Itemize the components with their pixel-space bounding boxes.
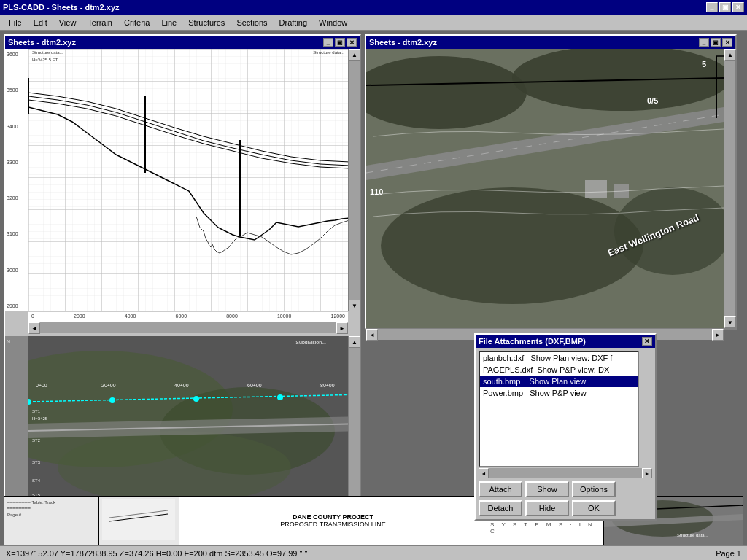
aerial-scroll-up[interactable]: ▲	[724, 49, 736, 61]
ok-button[interactable]: OK	[572, 500, 616, 516]
dialog-title-bar[interactable]: File Attachments (DXF,BMP) ✕	[476, 335, 655, 348]
scroll-right-btn[interactable]: ►	[336, 322, 348, 334]
thumbnail-left: ━━━━━━━━ Table: Track ━━━━━━━━ Page #	[4, 497, 99, 545]
svg-text:0/5: 0/5	[647, 96, 658, 105]
menu-edit[interactable]: Edit	[28, 17, 53, 28]
svg-point-15	[193, 396, 199, 402]
minimize-btn[interactable]: _	[706, 2, 718, 12]
file-attachments-dialog: File Attachments (DXF,BMP) ✕ planbch.dxf…	[474, 333, 657, 521]
list-scroll-left[interactable]: ◄	[479, 468, 489, 478]
show-button[interactable]: Show	[525, 481, 569, 497]
dialog-buttons-row2: Detach Hide OK	[479, 500, 652, 516]
plan-scroll-up[interactable]: ▲	[349, 336, 360, 348]
svg-rect-36	[585, 180, 607, 198]
menu-window[interactable]: Window	[313, 17, 353, 28]
sub-maximize-left[interactable]: ▣	[335, 38, 345, 47]
menu-terrain[interactable]: Terrain	[82, 17, 118, 28]
svg-text:20+00: 20+00	[101, 383, 116, 388]
sub-minimize-right[interactable]: _	[699, 38, 709, 47]
plan-scroll-track[interactable]	[349, 348, 360, 514]
h-scrollbar-profile[interactable]: ◄ ►	[28, 322, 348, 333]
plan-station-label: Subdivision...	[295, 340, 326, 345]
sub-minimize-left[interactable]: _	[323, 38, 333, 47]
list-item-2[interactable]: south.bmp Show Plan view	[480, 376, 638, 387]
profile-chart: Structure data... H=3425.5 FT Structure …	[28, 49, 348, 311]
app-title: PLS-CADD - Sheets - dtm2.xyz	[3, 3, 120, 12]
thumbnail-left-text: ━━━━━━━━ Table: Track ━━━━━━━━ Page #	[7, 499, 96, 518]
svg-text:ST4: ST4	[32, 478, 41, 483]
maximize-btn[interactable]: ▣	[719, 2, 731, 12]
menu-file[interactable]: File	[3, 17, 28, 28]
profile-annotation-tl: Structure data...	[32, 50, 63, 55]
list-h-track[interactable]	[489, 468, 642, 478]
menu-drafting[interactable]: Drafting	[274, 17, 314, 28]
scroll-left-btn[interactable]: ◄	[28, 322, 40, 334]
list-item-3[interactable]: Power.bmp Show P&P view	[480, 387, 638, 399]
dialog-body: planbch.dxf Show Plan view: DXF f PAGEPL…	[476, 348, 655, 519]
list-item-0[interactable]: planbch.dxf Show Plan view: DXF f	[480, 352, 638, 364]
svg-text:H=3425: H=3425	[32, 416, 48, 421]
page-indicator: Page 1	[716, 549, 741, 558]
profile-annotation-tl2: H=3425.5 FT	[32, 58, 58, 62]
svg-text:5: 5	[702, 60, 706, 69]
aerial-scroll-right[interactable]: ►	[712, 329, 724, 341]
profile-grid	[28, 49, 348, 311]
svg-text:60+00: 60+00	[247, 383, 262, 388]
svg-point-16	[277, 394, 283, 400]
attach-button[interactable]: Attach	[479, 481, 522, 497]
attachment-list[interactable]: planbch.dxf Show Plan view: DXF f PAGEPL…	[479, 351, 639, 467]
logo-systems: S Y S T E M S · I N C	[490, 521, 600, 534]
svg-point-9	[58, 431, 291, 504]
v-scrollbar-profile[interactable]: ▲ ▼	[348, 49, 360, 311]
coords-display: X=1397152.07 Y=17872838.95 Z=374.26 H=0.…	[6, 549, 307, 558]
svg-point-14	[109, 397, 115, 403]
options-button[interactable]: Options	[572, 481, 616, 497]
menu-bar: File Edit View Terrain Criteria Line Str…	[0, 15, 747, 31]
project-info: DANE COUNTY PROJECT PROPOSED TRANSMISSIO…	[179, 497, 487, 545]
status-bar: X=1397152.07 Y=17872838.95 Z=374.26 H=0.…	[0, 545, 747, 560]
hide-button[interactable]: Hide	[525, 500, 569, 516]
svg-rect-44	[102, 499, 175, 540]
close-btn[interactable]: ✕	[732, 2, 744, 12]
sub-window-right: Sheets - dtm2.xyz _ ▣ ✕	[365, 34, 737, 330]
svg-text:0+00: 0+00	[36, 383, 47, 388]
menu-structures[interactable]: Structures	[182, 17, 231, 28]
sub-window-left: Sheets - dtm2.xyz _ ▣ ✕ 3600350034003300…	[4, 34, 361, 560]
svg-rect-1	[28, 49, 348, 311]
svg-text:ST3: ST3	[32, 460, 41, 464]
scroll-up-btn[interactable]: ▲	[349, 49, 360, 61]
dialog-close-btn[interactable]: ✕	[642, 337, 652, 346]
svg-text:ST1: ST1	[32, 409, 41, 413]
profile-annotation-tr: Structure data...	[313, 50, 344, 55]
v-scrollbar-aerial[interactable]: ▲ ▼	[724, 49, 735, 328]
aerial-scroll-track[interactable]	[724, 61, 735, 316]
menu-line[interactable]: Line	[155, 17, 182, 28]
svg-text:ST2: ST2	[32, 438, 41, 443]
project-line1: DANE COUNTY PROJECT	[293, 513, 374, 521]
list-item-1[interactable]: PAGEPLS.dxf Show P&P view: DX	[480, 364, 638, 376]
aerial-scroll-down[interactable]: ▼	[724, 316, 736, 328]
svg-point-32	[381, 187, 643, 304]
scroll-down-btn[interactable]: ▼	[349, 300, 360, 311]
sub-maximize-right[interactable]: ▣	[711, 38, 721, 47]
scroll-track-h[interactable]	[40, 322, 336, 333]
menu-criteria[interactable]: Criteria	[118, 17, 155, 28]
title-controls[interactable]: _ ▣ ✕	[706, 2, 744, 12]
svg-text:40+00: 40+00	[174, 383, 189, 388]
aerial-svg: 5 0/5 110	[366, 49, 724, 328]
aerial-scroll-left[interactable]: ◄	[366, 329, 378, 341]
menu-sections[interactable]: Sections	[231, 17, 273, 28]
detach-button[interactable]: Detach	[479, 500, 522, 516]
sub-title-left[interactable]: Sheets - dtm2.xyz _ ▣ ✕	[5, 36, 360, 49]
scroll-track-v[interactable]	[349, 61, 360, 300]
sub-close-left[interactable]: ✕	[347, 38, 357, 47]
aerial-view: 5 0/5 110 East Wellington Road	[366, 49, 724, 328]
list-scroll-right[interactable]: ►	[642, 468, 652, 478]
sub-close-right[interactable]: ✕	[722, 38, 732, 47]
svg-text:Structure data...: Structure data...	[677, 533, 708, 537]
thumbnail-center	[99, 497, 179, 545]
project-line2: PROPOSED TRANSMISSION LINE	[280, 521, 385, 528]
dialog-buttons-row1: Attach Show Options	[479, 481, 652, 497]
menu-view[interactable]: View	[53, 17, 82, 28]
sub-title-right[interactable]: Sheets - dtm2.xyz _ ▣ ✕	[366, 36, 735, 49]
